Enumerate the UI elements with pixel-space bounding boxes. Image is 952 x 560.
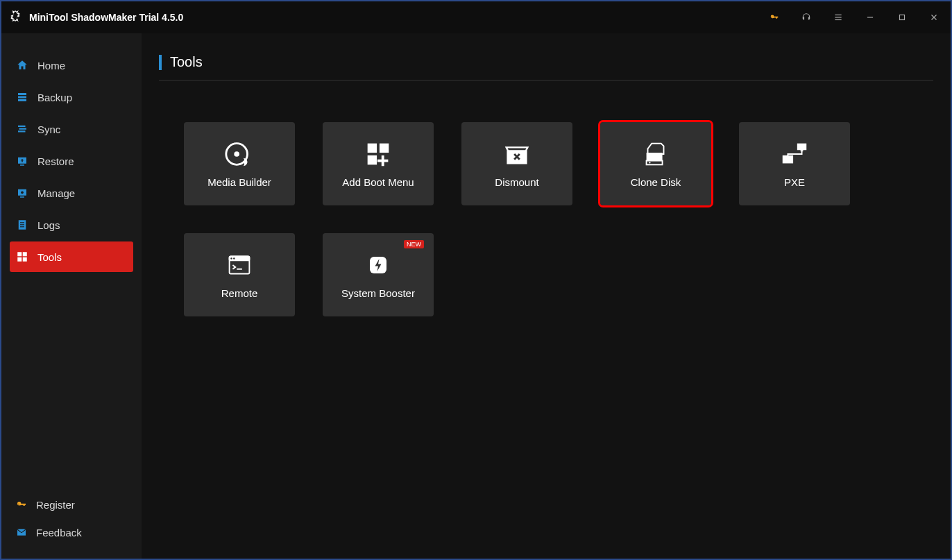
tool-dismount[interactable]: Dismount (461, 122, 572, 205)
main-content: Tools Media Builder Add Boot Menu (142, 33, 951, 559)
title-bar: MiniTool ShadowMaker Trial 4.5.0 (1, 1, 951, 33)
backup-icon (15, 90, 29, 104)
svg-rect-23 (797, 143, 806, 150)
tool-label: Media Builder (207, 176, 271, 188)
svg-point-14 (234, 151, 239, 157)
tool-system-booster[interactable]: NEW System Booster (323, 233, 434, 316)
app-logo-icon (8, 9, 22, 26)
feedback-button[interactable]: Feedback (10, 518, 133, 546)
svg-rect-0 (835, 15, 841, 15)
tool-media-builder[interactable]: Media Builder (184, 122, 295, 205)
sidebar-item-label: Restore (37, 155, 74, 167)
new-badge: NEW (404, 240, 424, 248)
feedback-label: Feedback (36, 527, 82, 538)
svg-point-30 (230, 257, 232, 259)
sidebar-item-label: Backup (37, 92, 72, 103)
tools-grid: Media Builder Add Boot Menu Dismount (159, 80, 933, 316)
register-button[interactable]: Register (10, 491, 133, 518)
svg-rect-1 (835, 17, 841, 17)
support-icon[interactable] (797, 8, 816, 27)
page-title: Tools (170, 54, 203, 70)
terminal-icon (223, 251, 255, 279)
register-label: Register (36, 499, 75, 511)
tool-label: PXE (784, 176, 805, 188)
svg-point-5 (21, 191, 24, 194)
logs-icon (15, 218, 29, 232)
svg-rect-29 (237, 268, 242, 269)
svg-rect-25 (801, 150, 804, 151)
svg-rect-28 (230, 261, 249, 273)
grid-plus-icon (362, 140, 394, 168)
sidebar-item-sync[interactable]: Sync (10, 114, 133, 144)
sidebar-item-label: Sync (37, 124, 60, 135)
tool-label: Clone Disk (631, 176, 681, 188)
title-bar-left: MiniTool ShadowMaker Trial 4.5.0 (8, 9, 183, 26)
tool-label: Add Boot Menu (342, 176, 414, 188)
svg-rect-24 (783, 155, 793, 163)
disc-icon (223, 140, 255, 168)
sidebar-item-tools[interactable]: Tools (10, 241, 133, 272)
svg-rect-7 (20, 224, 24, 225)
menu-icon[interactable] (828, 8, 848, 27)
svg-rect-6 (20, 222, 24, 223)
svg-rect-4 (900, 15, 905, 20)
sidebar-footer: Register Feedback (1, 491, 142, 559)
maximize-button[interactable] (892, 8, 912, 27)
svg-rect-16 (380, 143, 389, 152)
key-icon[interactable] (765, 8, 784, 27)
svg-rect-10 (23, 252, 27, 256)
svg-point-31 (233, 257, 235, 259)
close-button[interactable] (924, 8, 944, 27)
tool-label: Remote (221, 287, 258, 299)
manage-icon (15, 186, 29, 200)
tool-label: Dismount (495, 176, 538, 188)
tool-remote[interactable]: Remote (184, 233, 295, 316)
key-icon (15, 498, 28, 511)
bolt-icon (362, 251, 394, 279)
svg-rect-11 (17, 257, 22, 262)
sidebar-item-restore[interactable]: Restore (10, 146, 133, 176)
svg-rect-12 (23, 257, 27, 262)
restore-icon (15, 154, 29, 168)
body: Home Backup Sync Restore Manage (1, 33, 951, 559)
page-header: Tools (159, 54, 933, 80)
sidebar: Home Backup Sync Restore Manage (1, 33, 142, 559)
title-bar-right (765, 8, 944, 27)
svg-rect-15 (368, 143, 377, 152)
sidebar-nav: Home Backup Sync Restore Manage (1, 50, 142, 273)
home-icon (15, 58, 29, 72)
svg-rect-9 (17, 252, 22, 256)
svg-rect-3 (867, 17, 873, 17)
svg-rect-8 (20, 226, 24, 227)
tool-add-boot-menu[interactable]: Add Boot Menu (323, 122, 434, 205)
sidebar-item-label: Tools (37, 251, 62, 263)
sync-icon (15, 122, 29, 136)
sidebar-item-logs[interactable]: Logs (10, 210, 133, 240)
tool-label: System Booster (341, 287, 415, 299)
accent-bar (159, 55, 162, 70)
svg-point-22 (649, 162, 650, 163)
sidebar-item-label: Logs (37, 219, 60, 231)
sidebar-item-manage[interactable]: Manage (10, 178, 133, 208)
sidebar-item-label: Home (37, 60, 65, 71)
mail-icon (15, 526, 28, 538)
tool-clone-disk[interactable]: Clone Disk (600, 122, 711, 205)
network-icon (779, 140, 810, 168)
app-window: MiniTool ShadowMaker Trial 4.5.0 (1, 1, 951, 559)
sidebar-item-backup[interactable]: Backup (10, 82, 133, 112)
sidebar-item-home[interactable]: Home (10, 50, 133, 80)
disks-icon (640, 140, 672, 168)
tool-pxe[interactable]: PXE (739, 122, 850, 205)
minimize-button[interactable] (860, 8, 880, 27)
sidebar-item-label: Manage (37, 187, 75, 199)
svg-rect-17 (368, 155, 377, 164)
app-title: MiniTool ShadowMaker Trial 4.5.0 (29, 12, 183, 23)
tools-icon (15, 250, 29, 264)
box-x-icon (501, 140, 533, 168)
svg-rect-2 (835, 19, 841, 20)
